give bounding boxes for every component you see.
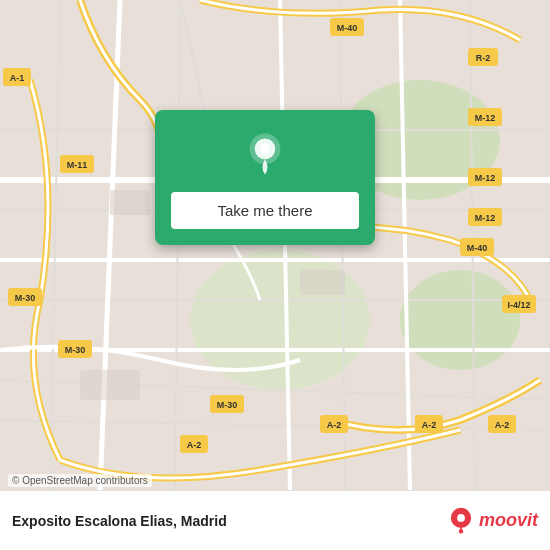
svg-text:R-2: R-2 — [476, 53, 491, 63]
svg-rect-52 — [110, 190, 150, 215]
moovit-logo: moovit — [447, 507, 538, 535]
svg-point-2 — [400, 270, 520, 370]
svg-point-58 — [260, 144, 270, 154]
bottom-bar: Exposito Escalona Elias, Madrid moovit — [0, 490, 550, 550]
location-name: Exposito Escalona Elias, Madrid — [12, 513, 227, 529]
moovit-brand-text: moovit — [479, 510, 538, 531]
svg-text:I-4/12: I-4/12 — [507, 300, 530, 310]
moovit-pin-icon — [447, 507, 475, 535]
map-attribution: © OpenStreetMap contributors — [8, 474, 152, 487]
svg-text:A-2: A-2 — [495, 420, 510, 430]
svg-text:A-2: A-2 — [327, 420, 342, 430]
svg-text:M-40: M-40 — [337, 23, 358, 33]
map-container: M-30 M-11 M-40 M-40 R-2 M-12 M-12 M-12 A… — [0, 0, 550, 490]
take-me-there-button[interactable]: Take me there — [171, 192, 359, 229]
svg-rect-55 — [80, 370, 140, 400]
svg-text:A-2: A-2 — [422, 420, 437, 430]
map-svg: M-30 M-11 M-40 M-40 R-2 M-12 M-12 M-12 A… — [0, 0, 550, 490]
svg-rect-54 — [300, 270, 345, 295]
svg-text:M-12: M-12 — [475, 213, 496, 223]
svg-text:A-1: A-1 — [10, 73, 25, 83]
location-pin-icon — [241, 130, 289, 178]
location-card: Take me there — [155, 110, 375, 245]
svg-text:M-30: M-30 — [217, 400, 238, 410]
svg-text:M-12: M-12 — [475, 113, 496, 123]
svg-text:M-30: M-30 — [65, 345, 86, 355]
svg-text:M-40: M-40 — [467, 243, 488, 253]
svg-text:M-11: M-11 — [67, 160, 88, 170]
svg-text:A-2: A-2 — [187, 440, 202, 450]
svg-point-60 — [457, 514, 465, 522]
svg-text:M-12: M-12 — [475, 173, 496, 183]
svg-text:M-30: M-30 — [15, 293, 36, 303]
